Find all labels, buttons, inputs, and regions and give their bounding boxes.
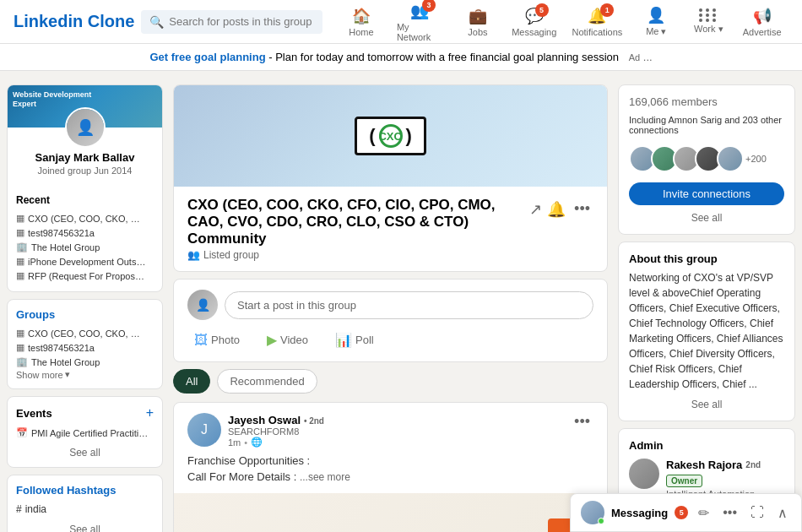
- recent-section: Recent ▦CXO (CEO, COO, CKO, CFO, CIO... …: [8, 194, 162, 291]
- hashtags-section: Followed Hashtags #india See all: [7, 475, 163, 532]
- show-more-button[interactable]: Show more ▾: [16, 369, 154, 380]
- home-icon: 🏠: [352, 7, 371, 25]
- cxo-circle-logo: CXO: [379, 124, 403, 148]
- nav-notifications-label: Notifications: [572, 27, 622, 37]
- messaging-close-icon[interactable]: ∧: [774, 503, 791, 523]
- nav-work-label: Work ▾: [694, 24, 723, 35]
- online-indicator: [598, 518, 604, 524]
- hash-icon: #: [16, 503, 22, 515]
- profile-bg: Website DevelopmentExpert 👤: [8, 85, 162, 128]
- nav-advertise[interactable]: 📢 Advertise: [735, 3, 788, 41]
- post-text-input[interactable]: Start a post in this group: [225, 291, 593, 319]
- search-bar[interactable]: 🔍: [141, 10, 322, 34]
- avatar-inner: 👤: [67, 109, 104, 146]
- post-input-row: 👤 Start a post in this group: [187, 290, 593, 320]
- list-item[interactable]: ▦iPhone Development Outsourc...: [16, 254, 154, 269]
- nav-me[interactable]: 👤 Me ▾: [631, 3, 681, 41]
- hashtags-see-all[interactable]: See all: [16, 524, 154, 532]
- ad-more-button[interactable]: ...: [643, 51, 653, 63]
- center-feed: ( CXO ) CXO (CEO, COO, CKO, CFO, CIO, CP…: [173, 84, 608, 532]
- nav-advertise-label: Advertise: [743, 27, 782, 37]
- list-icon: ▦: [16, 256, 24, 267]
- members-see-all[interactable]: See all: [629, 212, 784, 224]
- about-see-all[interactable]: See all: [629, 399, 784, 410]
- post-more-button[interactable]: •••: [571, 413, 593, 431]
- nav-messaging[interactable]: 💬 5 Messaging: [505, 3, 564, 41]
- hashtag-item[interactable]: #india: [16, 502, 154, 517]
- poll-label: Poll: [355, 334, 374, 346]
- nav-my-network-label: My Network: [397, 22, 442, 42]
- list-item[interactable]: ▦RFP (Request For Proposal) PR...: [16, 269, 154, 283]
- post-author-avatar: J: [187, 413, 221, 447]
- left-sidebar: Website DevelopmentExpert 👤 Sanjay Mark …: [7, 84, 163, 532]
- admin-avatar: [629, 459, 659, 489]
- admin-title: Admin: [629, 439, 784, 452]
- messaging-label[interactable]: Messaging: [611, 507, 668, 519]
- add-event-button[interactable]: +: [146, 405, 154, 421]
- list-item[interactable]: ▦test987456321a: [16, 340, 154, 355]
- nav-notifications[interactable]: 🔔 1 Notifications: [566, 3, 630, 41]
- group-header-card: ( CXO ) CXO (CEO, COO, CKO, CFO, CIO, CP…: [173, 84, 608, 272]
- messaging-compose-icon[interactable]: ✏: [695, 503, 713, 523]
- list-item[interactable]: ▦test987456321a: [16, 225, 154, 240]
- list-icon: 🏢: [16, 356, 28, 367]
- see-more-link[interactable]: ...see more: [300, 471, 350, 483]
- about-text: Networking of CXO's at VP/SVP level & ab…: [629, 270, 784, 392]
- my-network-badge: 3: [422, 0, 436, 12]
- list-item[interactable]: 🏢The Hotel Group: [16, 240, 154, 254]
- post-body-text: Call For More Details : ...see more: [187, 470, 593, 483]
- show-more-label: Show more: [16, 370, 63, 380]
- messaging-user-avatar: [581, 501, 604, 524]
- search-icon: 🔍: [149, 15, 164, 29]
- post-card: J Jayesh Oswal • 2nd SEARCHFORM8 1m • 🌐: [173, 402, 608, 532]
- share-icon[interactable]: ↗: [529, 200, 542, 219]
- user-name: Sanjay Mark Ballav: [16, 151, 154, 164]
- author-degree: • 2nd: [304, 416, 324, 426]
- nav-jobs-label: Jobs: [468, 27, 487, 37]
- notifications-badge: 1: [600, 3, 614, 17]
- video-button[interactable]: ▶ Video: [260, 328, 315, 351]
- search-input[interactable]: [169, 15, 312, 28]
- list-item[interactable]: ▦CXO (CEO, COO, CKO, CFO, CIO...: [16, 211, 154, 225]
- list-item[interactable]: ▦CXO (CEO, COO, CKO, CFO, CIO...: [16, 326, 154, 340]
- list-icon: ▦: [16, 328, 24, 339]
- post-author-name: Jayesh Oswal • 2nd: [228, 413, 564, 426]
- hashtags-title: Followed Hashtags: [16, 484, 154, 497]
- groups-list: ▦CXO (CEO, COO, CKO, CFO, CIO... ▦test98…: [16, 326, 154, 369]
- nav-jobs[interactable]: 💼 Jobs: [452, 3, 503, 41]
- me-icon: 👤: [647, 6, 665, 24]
- invite-connections-button[interactable]: Invite connections: [629, 182, 784, 205]
- group-title: CXO (CEO, COO, CKO, CFO, CIO, CPO, CMO, …: [187, 197, 529, 247]
- nav-home[interactable]: 🏠 Home: [336, 3, 387, 41]
- group-type: 👥 Listed group: [187, 249, 529, 261]
- poll-button[interactable]: 📊 Poll: [328, 328, 381, 351]
- recent-title: Recent: [16, 194, 154, 206]
- nav-my-network[interactable]: 👥 3 My Network: [388, 0, 451, 46]
- bell-icon[interactable]: 🔔: [547, 200, 566, 219]
- list-item[interactable]: 🏢The Hotel Group: [16, 355, 154, 369]
- member-avatar: [717, 145, 744, 172]
- tab-all[interactable]: All: [173, 369, 210, 394]
- recent-list: ▦CXO (CEO, COO, CKO, CFO, CIO... ▦test98…: [16, 211, 154, 283]
- groups-section: Groups ▦CXO (CEO, COO, CKO, CFO, CIO... …: [7, 299, 163, 389]
- member-plus-count: +200: [745, 154, 767, 164]
- poll-icon: 📊: [335, 332, 352, 348]
- nav-work[interactable]: Work ▾: [683, 5, 734, 38]
- ad-banner-link[interactable]: Get free goal planning: [149, 51, 265, 63]
- messaging-expand-icon[interactable]: ⛶: [747, 503, 767, 522]
- photo-icon: 🖼: [194, 333, 208, 348]
- tab-recommended[interactable]: Recommended: [217, 369, 317, 394]
- events-see-all[interactable]: See all: [16, 447, 154, 459]
- bg-text: Website DevelopmentExpert: [13, 90, 91, 109]
- members-desc: Including Amnon Sarig and 203 other conn…: [629, 115, 784, 135]
- profile-card: Website DevelopmentExpert 👤 Sanjay Mark …: [7, 84, 163, 292]
- events-list: 📅PMI Agile Certified Practitione...: [16, 426, 154, 440]
- listed-icon: 👥: [187, 249, 200, 261]
- post-img-line1: YOU HAVE: [199, 526, 582, 532]
- group-more-button[interactable]: •••: [571, 197, 593, 221]
- photo-button[interactable]: 🖼 Photo: [187, 328, 247, 351]
- group-type-label: Listed group: [203, 249, 259, 261]
- messaging-more-icon[interactable]: •••: [719, 503, 740, 522]
- list-item[interactable]: 📅PMI Agile Certified Practitione...: [16, 426, 154, 440]
- group-cover-image: ( CXO ): [174, 85, 607, 187]
